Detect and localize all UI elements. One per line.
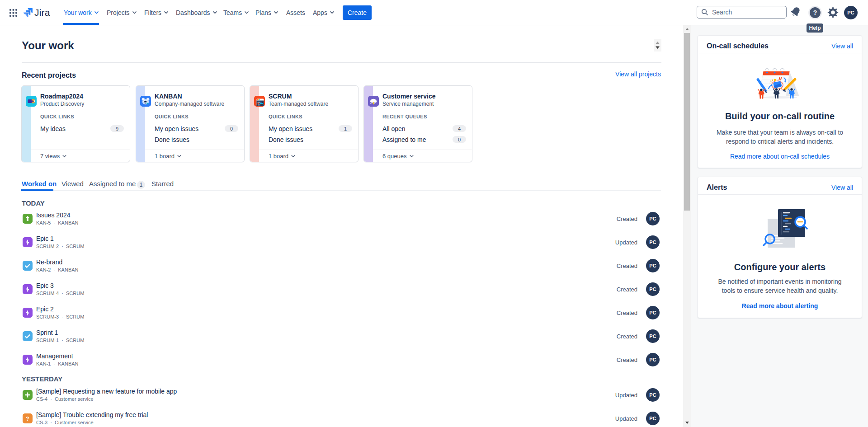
svg-text:?: ? bbox=[26, 416, 29, 422]
